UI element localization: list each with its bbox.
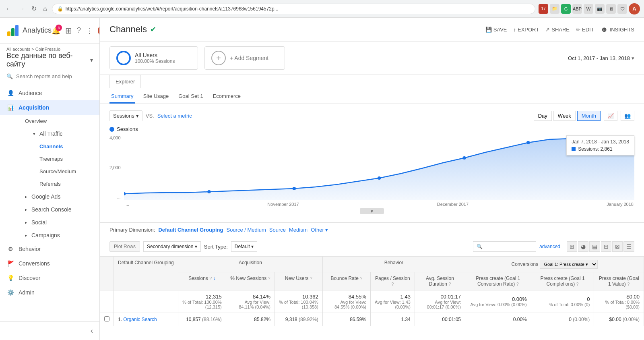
share-button[interactable]: ↗ SHARE xyxy=(545,27,570,33)
month-button[interactable]: Month xyxy=(577,111,601,121)
export-button[interactable]: ↑ EXPORT xyxy=(514,27,539,33)
dim-medium[interactable]: Medium xyxy=(289,227,308,233)
sidebar-item-admin[interactable]: ⚙️ Admin xyxy=(0,285,99,300)
admin-label: Admin xyxy=(19,289,35,296)
sidebar-item-discover[interactable]: 💡 Discover xyxy=(0,271,99,285)
subnav-campaigns-expand[interactable]: ▸ Campaigns xyxy=(19,229,99,242)
table-search[interactable]: 🔍 xyxy=(473,241,536,252)
line-chart-button[interactable]: 📈 xyxy=(604,111,617,121)
ext-6[interactable]: 📷 xyxy=(595,4,605,14)
view-icons: ⊞ ◕ ▤ ⊟ ⊠ ☰ xyxy=(567,241,634,252)
row-pages-session: 1.34 xyxy=(370,313,415,326)
row-rank: 1. xyxy=(118,317,123,322)
subnav-source-medium[interactable]: Source/Medium xyxy=(19,165,99,178)
subtab-summary[interactable]: Summary xyxy=(109,90,135,104)
grid-button[interactable]: ⊞ xyxy=(65,26,72,35)
bar-chart-button[interactable]: 👥 xyxy=(621,111,634,121)
ext-4[interactable]: ABP xyxy=(572,4,582,14)
reload-button[interactable]: ↻ xyxy=(30,3,38,14)
tab-explorer[interactable]: Explorer xyxy=(109,75,141,88)
subnav-search-console-expand[interactable]: ▸ Search Console xyxy=(19,203,99,216)
account-name[interactable]: Все данные по веб-сайту ▾ xyxy=(6,52,93,68)
compare-view-button[interactable]: ⊠ xyxy=(612,241,623,252)
notification-button[interactable]: 🔔 3 xyxy=(52,26,60,35)
browser-extensions: 17 📁 G ABP W 📷 🖥 🛡 A xyxy=(539,3,640,15)
ext-7[interactable]: 🖥 xyxy=(606,4,616,14)
pie-view-button[interactable]: ◕ xyxy=(578,241,588,252)
sidebar-item-audience[interactable]: 👤 Audience xyxy=(0,86,99,100)
help-button[interactable]: ? xyxy=(77,26,81,35)
ext-2[interactable]: 📁 xyxy=(550,4,559,14)
subnav-referrals[interactable]: Referrals xyxy=(19,178,99,190)
row-conv-rate: 0.00% xyxy=(465,313,531,326)
data-table-container: Default Channel Grouping Acquisition Beh… xyxy=(100,256,644,326)
save-button[interactable]: 💾 SAVE xyxy=(485,27,507,33)
row-checkbox-cell[interactable] xyxy=(100,313,114,326)
sidebar-search[interactable]: 🔍 Search reports and help xyxy=(0,68,99,84)
channel-link[interactable]: Organic Search xyxy=(123,317,157,322)
edit-button[interactable]: ✏ EDIT xyxy=(576,27,594,33)
add-segment-circle: + xyxy=(211,51,226,65)
x-axis-labels: ... November 2017 December 2017 January … xyxy=(109,202,634,207)
day-button[interactable]: Day xyxy=(534,111,552,121)
week-button[interactable]: Week xyxy=(553,111,576,121)
collapse-button[interactable]: ‹ xyxy=(91,327,93,335)
select-metric[interactable]: Select a metric xyxy=(157,113,192,119)
home-button[interactable]: ⌂ xyxy=(41,4,49,14)
forward-button[interactable]: → xyxy=(17,4,27,14)
ext-8[interactable]: 🛡 xyxy=(617,4,627,14)
subnav-google-ads-expand[interactable]: ▸ Google Ads xyxy=(19,190,99,203)
all-users-segment[interactable]: All Users 100.00% Sessions xyxy=(109,46,198,70)
table-search-input[interactable] xyxy=(484,244,533,249)
dim-source[interactable]: Source xyxy=(269,227,286,233)
audience-label: Audience xyxy=(19,90,42,96)
sidebar-item-conversions[interactable]: 🚩 Conversions xyxy=(0,256,99,271)
secondary-dimension-select[interactable]: Secondary dimension ▾ xyxy=(143,241,201,252)
dim-other[interactable]: Other ▾ xyxy=(311,227,328,233)
address-bar[interactable]: 🔒 https://analytics.google.com/analytics… xyxy=(52,4,535,14)
subtab-goal-set-1[interactable]: Goal Set 1 xyxy=(177,90,204,104)
sidebar-item-behavior[interactable]: ⚙ Behavior xyxy=(0,242,99,256)
vs-text: VS. xyxy=(146,113,154,119)
bar-view-button[interactable]: ▤ xyxy=(589,241,600,252)
list-view-button[interactable]: ☰ xyxy=(623,241,634,252)
insights-button[interactable]: ☻ INSIGHTS xyxy=(601,25,634,34)
user-avatar[interactable]: A xyxy=(629,3,640,15)
ext-1[interactable]: 17 xyxy=(539,4,548,14)
more-button[interactable]: ⋮ xyxy=(86,26,93,35)
plot-rows-button[interactable]: Plot Rows xyxy=(109,241,140,252)
legend-text: Sessions xyxy=(117,126,138,132)
advanced-link[interactable]: advanced xyxy=(539,244,560,249)
dim-source-medium[interactable]: Source / Medium xyxy=(226,227,266,233)
subtab-site-usage[interactable]: Site Usage xyxy=(142,90,171,104)
metric-selector[interactable]: Sessions ▾ xyxy=(109,110,142,121)
ext-3[interactable]: G xyxy=(561,4,571,14)
sidebar-item-acquisition[interactable]: 📊 Acquisition xyxy=(0,100,99,115)
subnav-social-expand[interactable]: ▸ Social xyxy=(19,216,99,229)
subnav-all-traffic-expand[interactable]: ▾ All Traffic xyxy=(19,127,99,140)
pivot-view-button[interactable]: ⊟ xyxy=(601,241,611,252)
account-breadcrumb: All accounts > CoinPress.io xyxy=(6,47,93,52)
add-segment[interactable]: + + Add Segment xyxy=(204,46,285,70)
date-range-picker[interactable]: Oct 1, 2017 - Jan 13, 2018 ▾ xyxy=(568,55,634,61)
y-label-2000: 2,000 xyxy=(109,165,121,170)
row-checkbox[interactable] xyxy=(104,316,109,321)
svg-point-7 xyxy=(462,156,466,160)
dim-default-channel[interactable]: Default Channel Grouping xyxy=(158,227,223,233)
th-new-sessions: % New Sessions ? xyxy=(226,272,275,290)
sort-type-select[interactable]: Default ▾ xyxy=(231,241,257,252)
subnav-channels[interactable]: Channels xyxy=(19,140,99,153)
ext-5[interactable]: W xyxy=(584,4,593,14)
x-label-nov: November 2017 xyxy=(267,202,299,207)
subtab-ecommerce[interactable]: Ecommerce xyxy=(211,90,242,104)
tooltip-sessions: Sessions: 2,861 xyxy=(572,146,629,152)
segment-circle xyxy=(116,51,131,65)
grid-view-button[interactable]: ⊞ xyxy=(567,241,577,252)
save-icon: 💾 xyxy=(485,27,492,33)
chart-svg xyxy=(124,135,634,200)
subnav-overview[interactable]: Overview xyxy=(19,115,99,127)
subnav-treemaps[interactable]: Treemaps xyxy=(19,153,99,165)
lock-icon: 🔒 xyxy=(57,6,63,12)
goal-selector[interactable]: Goal 1: Press create ▾ xyxy=(540,260,598,269)
back-button[interactable]: ← xyxy=(4,4,14,14)
